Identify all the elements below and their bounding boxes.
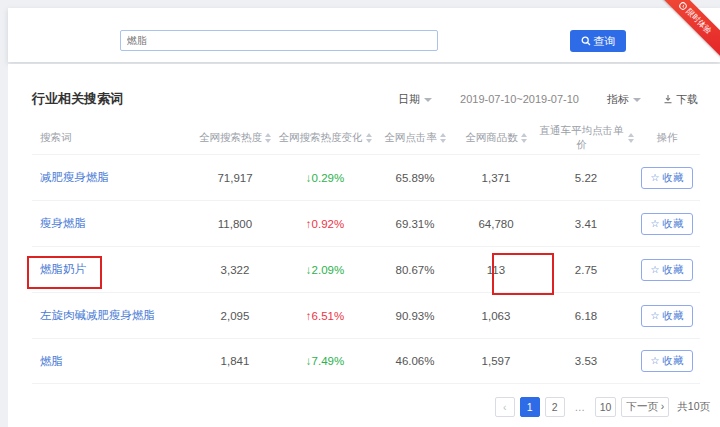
table-row: 左旋肉碱减肥瘦身燃脂2,095↑6.51%90.93%1,0636.18☆收藏 — [32, 292, 700, 338]
heat-cell: 2,095 — [196, 310, 274, 322]
chevron-down-icon — [424, 98, 432, 102]
search-button[interactable]: 查询 — [570, 30, 626, 52]
item-count-cell: 64,780 — [454, 218, 538, 230]
pagination-next-button[interactable]: 下一页 › — [621, 397, 669, 417]
up-arrow-delta: ↑6.51% — [306, 310, 344, 322]
cpc-cell: 6.18 — [538, 310, 634, 322]
down-arrow-delta: ↓2.09% — [306, 264, 344, 276]
ctr-cell: 65.89% — [376, 172, 454, 184]
search-input[interactable] — [120, 30, 438, 51]
keyword-link[interactable]: 左旋肉碱减肥瘦身燃脂 — [40, 309, 155, 321]
keyword-link[interactable]: 燃脂 — [40, 355, 63, 367]
pagination-total-pages: 共10页 — [677, 400, 710, 414]
star-outline-icon: ☆ — [651, 356, 660, 366]
page-title: 行业相关搜索词 — [32, 90, 123, 108]
date-range-value[interactable]: 2019-07-10~2019-07-10 — [460, 93, 579, 105]
pagination-page-10[interactable]: 10 — [595, 397, 617, 417]
keyword-cell: 减肥瘦身燃脂 — [32, 170, 196, 185]
keyword-cell: 燃脂 — [32, 354, 196, 369]
action-cell: ☆收藏 — [634, 213, 700, 235]
table-header-row: 搜索词全网搜索热度全网搜索热度变化全网点击率全网商品数直通车平均点击单价操作 — [32, 122, 700, 154]
column-header-label: 全网点击率 — [384, 131, 437, 145]
download-button-label: 下载 — [676, 92, 698, 107]
annotation-box-item-count — [492, 253, 554, 295]
item-count-cell: 1,371 — [454, 172, 538, 184]
ctr-cell: 46.06% — [376, 355, 454, 367]
table-body: 减肥瘦身燃脂71,917↓0.29%65.89%1,3715.22☆收藏瘦身燃脂… — [32, 154, 700, 384]
search-button-label: 查询 — [594, 34, 616, 49]
item-count-cell: 1,597 — [454, 355, 538, 367]
star-outline-icon: ☆ — [651, 173, 660, 183]
favorite-button[interactable]: ☆收藏 — [641, 350, 694, 372]
action-cell: ☆收藏 — [634, 305, 700, 327]
favorite-button[interactable]: ☆收藏 — [641, 167, 694, 189]
change-cell: ↓7.49% — [274, 355, 376, 367]
ctr-cell: 69.31% — [376, 218, 454, 230]
down-arrow-delta: ↓7.49% — [306, 355, 344, 367]
keyword-cell: 左旋肉碱减肥瘦身燃脂 — [32, 308, 196, 323]
heat-cell: 1,841 — [196, 355, 274, 367]
change-cell: ↓0.29% — [274, 172, 376, 184]
pagination-page-1[interactable]: 1 — [520, 397, 540, 417]
keyword-cell: 瘦身燃脂 — [32, 216, 196, 231]
pagination: ‹12…10下一页 ›共10页 — [495, 397, 710, 417]
promo-ribbon[interactable]: 限时体验 — [656, 0, 720, 63]
pagination-prev-button[interactable]: ‹ — [495, 397, 515, 417]
star-outline-icon: ☆ — [651, 311, 660, 321]
column-header[interactable]: 全网搜索热度变化 — [274, 131, 376, 145]
table-row: 减肥瘦身燃脂71,917↓0.29%65.89%1,3715.22☆收藏 — [32, 154, 700, 200]
ctr-cell: 80.67% — [376, 264, 454, 276]
sort-arrows-icon[interactable] — [521, 133, 527, 143]
cpc-cell: 5.22 — [538, 172, 634, 184]
column-header-label: 搜索词 — [40, 131, 72, 145]
heat-cell: 11,800 — [196, 218, 274, 230]
promo-ribbon-container: 限时体验 — [656, 0, 720, 64]
search-bar-panel: 查询 — [8, 8, 720, 62]
star-outline-icon: ☆ — [651, 265, 660, 275]
pagination-ellipsis: … — [570, 397, 590, 417]
favorite-button[interactable]: ☆收藏 — [641, 259, 694, 281]
column-header[interactable]: 全网商品数 — [454, 131, 538, 145]
heat-cell: 3,322 — [196, 264, 274, 276]
table-row: 燃脂1,841↓7.49%46.06%1,5973.53☆收藏 — [32, 338, 700, 384]
date-dropdown[interactable]: 日期 — [398, 92, 432, 107]
download-arrow-icon — [663, 94, 673, 104]
item-count-cell: 1,063 — [454, 310, 538, 322]
up-arrow-delta: ↑0.92% — [306, 218, 344, 230]
action-cell: ☆收藏 — [634, 167, 700, 189]
change-cell: ↑0.92% — [274, 218, 376, 230]
chevron-down-icon — [633, 98, 641, 102]
favorite-button-label: 收藏 — [662, 217, 683, 231]
download-button[interactable]: 下载 — [663, 92, 698, 107]
section-header: 行业相关搜索词 日期 2019-07-10~2019-07-10 指标 下载 — [8, 64, 720, 122]
keyword-link[interactable]: 减肥瘦身燃脂 — [40, 171, 109, 183]
search-terms-table: 搜索词全网搜索热度全网搜索热度变化全网点击率全网商品数直通车平均点击单价操作 减… — [32, 122, 700, 384]
metric-dropdown[interactable]: 指标 — [607, 92, 641, 107]
ctr-cell: 90.93% — [376, 310, 454, 322]
action-cell: ☆收藏 — [634, 350, 700, 372]
column-header[interactable]: 直通车平均点击单价 — [538, 124, 634, 152]
column-header[interactable]: 全网搜索热度 — [196, 131, 274, 145]
column-header-label: 全网搜索热度 — [199, 131, 262, 145]
column-header-label: 全网搜索热度变化 — [279, 131, 363, 145]
favorite-button[interactable]: ☆收藏 — [641, 305, 694, 327]
sort-arrows-icon[interactable] — [265, 133, 271, 143]
down-arrow-delta: ↓0.29% — [306, 172, 344, 184]
cpc-cell: 3.53 — [538, 355, 634, 367]
cpc-cell: 3.41 — [538, 218, 634, 230]
favorite-button-label: 收藏 — [662, 354, 683, 368]
column-header[interactable]: 全网点击率 — [376, 131, 454, 145]
annotation-box-keyword — [27, 256, 102, 289]
header-controls: 日期 2019-07-10~2019-07-10 指标 下载 — [398, 92, 698, 107]
change-cell: ↑6.51% — [274, 310, 376, 322]
favorite-button[interactable]: ☆收藏 — [641, 213, 694, 235]
table-row: 燃脂奶片3,322↓2.09%80.67%1132.75☆收藏 — [32, 246, 700, 292]
sort-arrows-icon[interactable] — [366, 133, 372, 143]
column-header: 搜索词 — [32, 131, 196, 145]
keyword-link[interactable]: 瘦身燃脂 — [40, 217, 86, 229]
sort-arrows-icon[interactable] — [440, 133, 446, 143]
pagination-page-2[interactable]: 2 — [545, 397, 565, 417]
column-header-label: 操作 — [657, 131, 678, 145]
date-dropdown-label: 日期 — [398, 92, 420, 107]
heat-cell: 71,917 — [196, 172, 274, 184]
